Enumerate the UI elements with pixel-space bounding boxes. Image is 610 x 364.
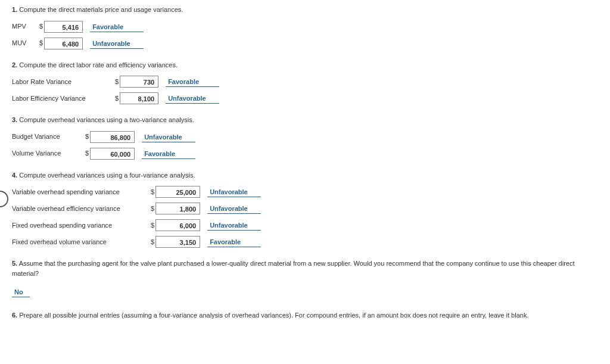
question-6-text: 6. Prepare all possible journal entries … (12, 310, 598, 321)
q4-row-voe: Variable overhead efficiency variance $ … (12, 203, 598, 214)
question-2-text: 2. Compute the direct labor rate and eff… (12, 60, 598, 70)
q2-number: 2. (12, 61, 17, 69)
q3-row-budget: Budget Variance $ 86,800 Unfavorable (12, 131, 598, 143)
question-4: 4. Compute overhead variances using a fo… (12, 170, 598, 248)
labor-rate-label: Labor Rate Variance (12, 77, 110, 87)
q3-number: 3. (12, 116, 17, 123)
voe-verdict-select[interactable]: Unfavorable (207, 203, 261, 214)
q5-body: Assume that the purchasing agent for the… (12, 260, 575, 277)
question-1-text: 1. Compute the direct materials price an… (12, 5, 598, 15)
question-5: 5. Assume that the purchasing agent for … (12, 259, 598, 297)
fos-verdict-select[interactable]: Unfavorable (207, 220, 261, 231)
q5-answer-select[interactable]: No (12, 287, 30, 297)
q4-body: Compute overhead variances using a four-… (19, 172, 195, 179)
q2-row-efficiency: Labor Efficiency Variance $ 8,100 Unfavo… (12, 92, 598, 104)
budget-var-verdict-select[interactable]: Unfavorable (142, 132, 195, 142)
labor-rate-value-input[interactable]: 730 (120, 76, 158, 88)
question-3-text: 3. Compute overhead variances using a tw… (12, 115, 598, 125)
mpv-value-input[interactable]: 5,416 (44, 21, 83, 33)
mpv-currency: $ (35, 21, 44, 32)
q2-body: Compute the direct labor rate and effici… (19, 61, 178, 69)
question-4-text: 4. Compute overhead variances using a fo… (12, 170, 598, 181)
labor-eff-verdict-select[interactable]: Unfavorable (166, 93, 219, 104)
page-indicator-arc (0, 191, 8, 207)
volume-var-verdict-select[interactable]: Favorable (142, 148, 195, 159)
mpv-label: MPV (12, 21, 35, 32)
muv-label: MUV (12, 38, 35, 48)
q1-row-mpv: MPV $ 5,416 Favorable (12, 21, 598, 33)
fos-label: Fixed overhead spending variance (12, 220, 146, 231)
fos-currency: $ (146, 220, 155, 231)
voe-currency: $ (146, 204, 155, 214)
volume-var-label: Volume Variance (12, 148, 80, 158)
mpv-verdict-select[interactable]: Favorable (90, 21, 144, 32)
vos-currency: $ (146, 187, 155, 197)
question-2: 2. Compute the direct labor rate and eff… (12, 60, 598, 105)
labor-eff-currency: $ (110, 94, 120, 104)
question-3: 3. Compute overhead variances using a tw… (12, 115, 598, 160)
volume-var-value-input[interactable]: 60,000 (90, 148, 135, 160)
q4-number: 4. (12, 172, 17, 179)
fov-verdict-select[interactable]: Favorable (207, 237, 261, 247)
fos-value-input[interactable]: 6,000 (155, 219, 200, 231)
question-1: 1. Compute the direct materials price an… (12, 5, 598, 49)
vos-value-input[interactable]: 25,000 (155, 186, 200, 198)
budget-var-currency: $ (80, 132, 90, 142)
question-6: 6. Prepare all possible journal entries … (12, 310, 598, 321)
muv-currency: $ (35, 38, 44, 48)
labor-rate-currency: $ (110, 77, 120, 87)
voe-label: Variable overhead efficiency variance (12, 204, 146, 214)
fov-currency: $ (146, 237, 155, 247)
fov-label: Fixed overhead volume variance (12, 237, 146, 247)
budget-var-label: Budget Variance (12, 132, 80, 142)
budget-var-value-input[interactable]: 86,800 (90, 131, 135, 143)
q3-body: Compute overhead variances using a two-v… (19, 116, 194, 123)
q5-number: 5. (12, 260, 17, 267)
q2-row-rate: Labor Rate Variance $ 730 Favorable (12, 76, 598, 88)
muv-value-input[interactable]: 6,480 (44, 38, 83, 49)
q4-row-fov: Fixed overhead volume variance $ 3,150 F… (12, 236, 598, 248)
q1-row-muv: MUV $ 6,480 Unfavorable (12, 38, 598, 49)
labor-eff-label: Labor Efficiency Variance (12, 94, 110, 104)
q6-number: 6. (12, 312, 17, 319)
labor-eff-value-input[interactable]: 8,100 (120, 92, 158, 104)
q1-body: Compute the direct materials price and u… (19, 6, 183, 13)
q1-number: 1. (12, 6, 17, 13)
vos-label: Variable overhead spending variance (12, 187, 146, 197)
volume-var-currency: $ (80, 148, 90, 158)
q4-row-vos: Variable overhead spending variance $ 25… (12, 186, 598, 198)
vos-verdict-select[interactable]: Unfavorable (207, 186, 261, 197)
voe-value-input[interactable]: 1,800 (155, 203, 200, 214)
fov-value-input[interactable]: 3,150 (155, 236, 200, 248)
question-5-text: 5. Assume that the purchasing agent for … (12, 259, 598, 278)
q4-row-fos: Fixed overhead spending variance $ 6,000… (12, 219, 598, 231)
labor-rate-verdict-select[interactable]: Favorable (166, 76, 219, 87)
q3-row-volume: Volume Variance $ 60,000 Favorable (12, 148, 598, 160)
q6-body: Prepare all possible journal entries (as… (19, 312, 528, 319)
muv-verdict-select[interactable]: Unfavorable (90, 38, 144, 49)
